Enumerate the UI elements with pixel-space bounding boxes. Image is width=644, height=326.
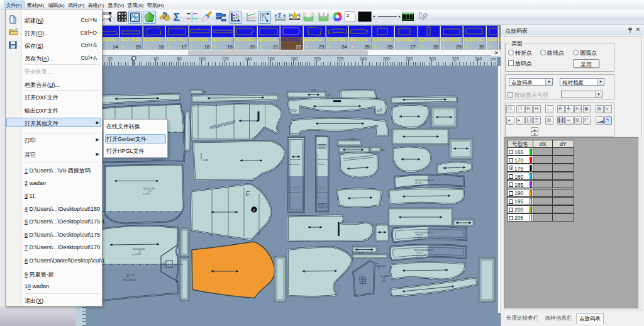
- svg-text:175: 175: [294, 161, 297, 163]
- svg-text:B1-B: B1-B: [382, 280, 386, 283]
- svg-text:Σ: Σ: [174, 12, 180, 23]
- svg-text:B10145111-BC1: B10145111-BC1: [290, 159, 301, 160]
- svg-text:B10145111-C1: B10145111-C1: [318, 159, 328, 160]
- svg-text:SL.888: SL.888: [358, 252, 364, 254]
- svg-text:.000: .000: [327, 94, 331, 96]
- svg-text:C3-1112P101B: C3-1112P101B: [317, 191, 327, 193]
- svg-text:薄衷 面WSB: 薄衷 面WSB: [380, 275, 389, 278]
- svg-text:后片: 后片: [375, 262, 379, 265]
- svg-text:1111 后片: 1111 后片: [319, 186, 326, 188]
- svg-text:175: 175: [321, 189, 324, 191]
- svg-text:后片 (面料)缸线B11: 后片 (面料)缸线B11: [413, 254, 427, 257]
- svg-text:WS-1112P101B: WS-1112P101B: [123, 279, 136, 281]
- svg-text:后片 (面料)缸线B11: 后片 (面料)缸线B11: [414, 237, 428, 239]
- svg-text:拉片织 B911: 拉片织 B911: [132, 253, 142, 256]
- svg-text:17.888: 17.888: [311, 89, 316, 92]
- svg-text:28.848: 28.848: [350, 138, 355, 140]
- svg-text:拉片 B912: 拉片 B912: [143, 193, 151, 195]
- svg-text:388: 388: [203, 91, 206, 94]
- svg-text:Σ: Σ: [278, 12, 282, 20]
- svg-text:175: 175: [321, 161, 324, 163]
- svg-text:B10145111 6B1: B10145111 6B1: [143, 188, 155, 190]
- svg-text:B10145111 后片: B10145111 后片: [290, 186, 301, 188]
- svg-text:B101451101B B8B11-C2: B101451101B B8B11-C2: [415, 232, 433, 234]
- svg-text:F: F: [246, 191, 250, 198]
- svg-text:175: 175: [138, 250, 142, 253]
- svg-text:175: 175: [148, 190, 152, 193]
- svg-text:C3B-1112P101B: C3B-1112P101B: [289, 191, 300, 193]
- svg-text:.888: .888: [381, 149, 385, 152]
- svg-text:16.888: 16.888: [203, 159, 209, 162]
- svg-text:后片 面料: 后片 面料: [415, 184, 423, 187]
- svg-text:?: ?: [423, 12, 428, 21]
- svg-text:175: 175: [294, 189, 297, 191]
- svg-text:175: 175: [382, 278, 386, 280]
- svg-text:背杆 1B0后B11: 背杆 1B0后B11: [289, 164, 300, 166]
- svg-text:花: 花: [253, 209, 256, 212]
- svg-text:B1014511-B51: B1014511-B51: [375, 265, 387, 267]
- svg-text:1BB-1112P101B: 1BB-1112P101B: [151, 159, 163, 162]
- svg-text:175 175: 175 175: [416, 252, 423, 254]
- svg-text:175 175: 175 175: [416, 234, 423, 237]
- svg-text:B10145111 6B1: B10145111 6B1: [133, 248, 145, 250]
- svg-text:B101451101B B8B11-BC2: B101451101B B8B11-BC2: [414, 249, 433, 252]
- svg-text:背杆 1B11: 背杆 1B11: [318, 164, 326, 166]
- svg-text:175: 175: [377, 267, 380, 270]
